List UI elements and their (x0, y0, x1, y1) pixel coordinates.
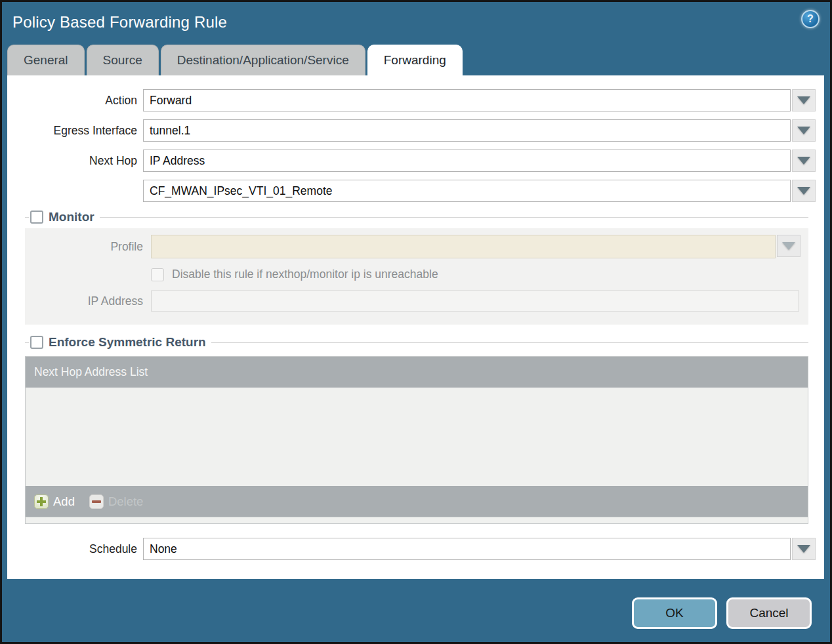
chevron-down-icon (782, 242, 795, 250)
help-icon[interactable]: ? (801, 10, 820, 28)
monitor-legend: Monitor (29, 210, 100, 224)
action-dropdown-button[interactable] (792, 89, 816, 111)
next-hop-address-input[interactable] (143, 180, 791, 202)
tab-label: Forwarding (384, 53, 446, 68)
next-hop-address-list-table: Next Hop Address List Add Delete (25, 356, 808, 517)
table-header: Next Hop Address List (26, 357, 808, 388)
ok-button[interactable]: OK (632, 597, 717, 629)
next-hop-address-row (7, 180, 816, 202)
action-label: Action (7, 94, 143, 108)
monitor-body: Profile Disable this rule if nexthop/mon… (25, 228, 808, 325)
disable-rule-checkbox (151, 268, 164, 281)
profile-row: Profile (25, 235, 801, 258)
profile-input (151, 235, 776, 258)
monitor-checkbox[interactable] (30, 211, 43, 224)
tab-forwarding[interactable]: Forwarding (367, 45, 463, 75)
monitor-legend-label: Monitor (49, 210, 94, 224)
tab-destination-application-service[interactable]: Destination/Application/Service (161, 45, 365, 75)
delete-minus-icon (89, 494, 104, 509)
egress-interface-label: Egress Interface (7, 124, 143, 138)
chevron-down-icon (797, 157, 810, 165)
action-input[interactable] (143, 89, 791, 111)
profile-label: Profile (25, 240, 151, 254)
dialog-footer: OK Cancel (2, 579, 830, 642)
tab-source[interactable]: Source (87, 45, 159, 75)
schedule-row: Schedule (7, 538, 816, 560)
monitor-ip-address-row: IP Address (25, 291, 801, 312)
delete-button-label: Delete (108, 494, 143, 509)
profile-dropdown-button (777, 235, 801, 257)
next-hop-type-input[interactable] (143, 150, 791, 172)
tab-bar: General Source Destination/Application/S… (2, 45, 830, 75)
tab-label: General (24, 53, 68, 68)
dialog-titlebar: Policy Based Forwarding Rule ? (2, 2, 830, 45)
tab-label: Source (103, 53, 142, 68)
chevron-down-icon (797, 545, 810, 553)
schedule-dropdown-button[interactable] (792, 538, 816, 560)
add-button-label: Add (53, 494, 75, 509)
add-plus-icon (34, 494, 49, 509)
tab-general[interactable]: General (7, 45, 85, 75)
chevron-down-icon (797, 187, 810, 195)
add-button[interactable]: Add (34, 494, 75, 509)
horizontal-scrollbar[interactable] (25, 517, 808, 524)
enforce-symmetric-return-checkbox[interactable] (30, 336, 43, 349)
next-hop-row: Next Hop (7, 150, 816, 172)
action-row: Action (7, 89, 816, 111)
next-hop-type-dropdown-button[interactable] (792, 150, 816, 172)
policy-based-forwarding-dialog: Policy Based Forwarding Rule ? General S… (0, 0, 832, 644)
chevron-down-icon (797, 127, 810, 134)
egress-interface-row: Egress Interface (7, 119, 816, 142)
egress-interface-input[interactable] (143, 119, 791, 142)
table-header-label: Next Hop Address List (34, 365, 148, 379)
table-footer: Add Delete (26, 486, 808, 517)
egress-interface-dropdown-button[interactable] (792, 119, 816, 142)
next-hop-address-dropdown-button[interactable] (792, 180, 816, 202)
cancel-button[interactable]: Cancel (726, 597, 812, 629)
symmetric-return-legend-label: Enforce Symmetric Return (49, 335, 206, 350)
symmetric-return-legend: Enforce Symmetric Return (29, 335, 211, 350)
monitor-fieldset: Monitor Profile Disable this rule if nex… (25, 210, 808, 325)
table-body-empty[interactable] (26, 388, 808, 486)
schedule-label: Schedule (7, 542, 143, 556)
disable-rule-label: Disable this rule if nexthop/monitor ip … (172, 268, 438, 281)
delete-button: Delete (89, 494, 143, 509)
disable-rule-row: Disable this rule if nexthop/monitor ip … (25, 268, 801, 281)
schedule-input[interactable] (143, 538, 791, 560)
forwarding-tab-panel: Action Egress Interface Next Hop (7, 75, 824, 579)
symmetric-return-fieldset: Enforce Symmetric Return Next Hop Addres… (25, 335, 808, 524)
dialog-title: Policy Based Forwarding Rule (12, 13, 227, 31)
monitor-ip-address-input (151, 291, 799, 312)
help-glyph: ? (807, 13, 814, 25)
next-hop-label: Next Hop (7, 154, 143, 168)
chevron-down-icon (797, 96, 810, 104)
tab-label: Destination/Application/Service (177, 53, 349, 68)
monitor-ip-address-label: IP Address (25, 294, 151, 308)
